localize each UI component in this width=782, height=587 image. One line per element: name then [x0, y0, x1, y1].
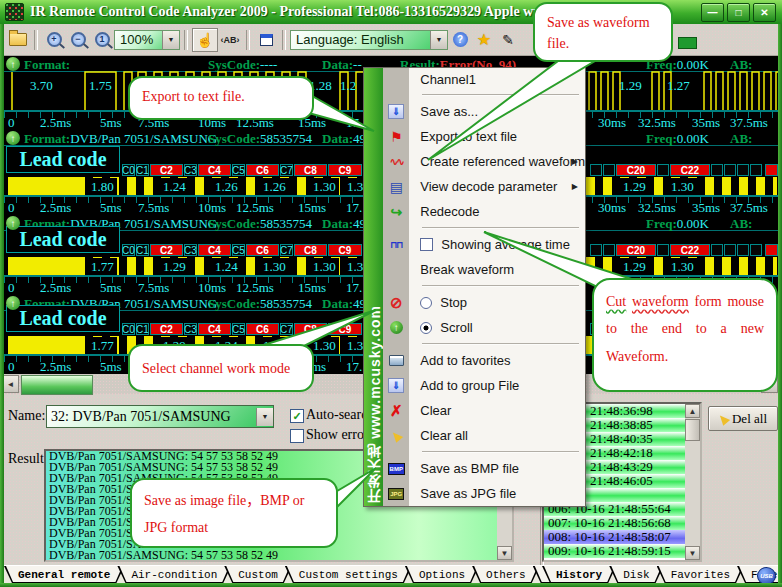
- menu-item-label: View decode parameter: [420, 179, 557, 194]
- menu-item[interactable]: Clear: [383, 398, 585, 423]
- menu-item[interactable]: Showing average time: [383, 232, 585, 257]
- tab[interactable]: Air-condition: [117, 566, 231, 583]
- bit-cell: [750, 244, 762, 256]
- menu-item[interactable]: Clear all: [383, 423, 585, 448]
- menu-item[interactable]: Export to text file: [383, 124, 585, 149]
- info-value: 0.00K: [677, 131, 709, 146]
- remote-name-combo[interactable]: 32: DVB/Pan 7051/SAMSUNG ▼: [46, 405, 274, 428]
- menu-item[interactable]: Save as BMP file: [383, 456, 585, 481]
- toolbar-separator: [246, 30, 250, 50]
- menu-separator: [422, 227, 579, 229]
- pulse-width-label: 1.29: [619, 78, 642, 94]
- menu-item-mark[interactable]: [420, 238, 441, 251]
- menu-item[interactable]: [383, 448, 585, 456]
- tab[interactable]: Custom: [224, 566, 292, 583]
- info-value: 58535754: [260, 131, 312, 146]
- submenu-arrow-icon: ▶: [572, 182, 578, 191]
- help-button[interactable]: ?: [448, 29, 472, 51]
- menu-item[interactable]: Break waveform: [383, 257, 585, 282]
- history-row[interactable]: 007: 10-16 21:48:56:68: [544, 516, 700, 530]
- axis-tick-label: 30ms: [598, 115, 626, 131]
- menu-item[interactable]: Add to favorites: [383, 348, 585, 373]
- history-row[interactable]: 009: 10-16 21:48:59:15: [544, 544, 700, 558]
- window-control-button[interactable]: —: [701, 3, 724, 22]
- channel-up-icon[interactable]: ↑: [6, 216, 20, 230]
- menu-item[interactable]: View decode parameter ▶: [383, 174, 585, 199]
- tab[interactable]: Custom settings: [285, 566, 412, 583]
- tab[interactable]: Options: [405, 566, 479, 583]
- menu-item[interactable]: [383, 224, 585, 232]
- menu-item-icon: [383, 99, 409, 124]
- menu-item[interactable]: [383, 282, 585, 290]
- menu-item[interactable]: [383, 91, 585, 99]
- pulse-width-label: 1.30: [310, 178, 339, 196]
- up-arrow-icon: ▲: [689, 407, 697, 416]
- info-value: 58535754: [260, 296, 312, 311]
- menu-item[interactable]: [383, 340, 585, 348]
- pen-tool-button[interactable]: ✎: [496, 29, 520, 51]
- menu-item[interactable]: Create referenced waveform ▶: [383, 149, 585, 174]
- scrollbar-thumb[interactable]: [21, 375, 93, 395]
- bit-cell: C7: [280, 164, 293, 176]
- menu-item[interactable]: Redecode: [383, 199, 585, 224]
- window-control-button[interactable]: ✕: [753, 3, 776, 22]
- zoom-level-combo[interactable]: 100% ▼: [114, 30, 180, 50]
- menu-item-mark[interactable]: [420, 322, 440, 334]
- measure-ab-button[interactable]: ‹AB›: [218, 29, 242, 51]
- channel-up-icon[interactable]: ↑: [6, 296, 20, 310]
- result-row[interactable]: DVB/Pan 7051/SAMSUNG: 54 57 53 58 52 49: [46, 550, 512, 561]
- language-value: Language: English: [291, 32, 430, 47]
- zoom-combo-dropdown-icon[interactable]: ▼: [162, 31, 179, 49]
- tab[interactable]: History: [542, 566, 616, 583]
- window-view-button[interactable]: [254, 29, 278, 51]
- tab[interactable]: Disk: [609, 566, 663, 583]
- channel-up-icon[interactable]: ↑: [6, 131, 20, 145]
- menu-item[interactable]: Save as JPG file: [383, 481, 585, 506]
- callout-save-image: Save as image file，BMP or JPG format: [130, 478, 338, 548]
- window-control-button[interactable]: □: [727, 3, 750, 22]
- info-label: SysCode:: [208, 216, 260, 231]
- zoom-out-button[interactable]: [66, 29, 90, 51]
- menu-item-icon: [383, 199, 409, 224]
- hand-tool-button[interactable]: ☝: [192, 28, 218, 52]
- del-all-button[interactable]: Del all: [708, 406, 778, 431]
- zoom-one-icon: [95, 32, 110, 47]
- history-vscrollbar[interactable]: ▲ ▼: [685, 404, 700, 560]
- zoom-one-button[interactable]: [90, 29, 114, 51]
- tab[interactable]: Others: [472, 566, 540, 583]
- info-label: SysCode:: [208, 296, 260, 311]
- tab[interactable]: Favorites: [657, 566, 744, 583]
- menu-item-mark[interactable]: [420, 297, 440, 309]
- scroll-up-button[interactable]: ▲: [685, 404, 700, 418]
- history-row[interactable]: 008: 10-16 21:48:58:07: [544, 530, 700, 544]
- menu-item[interactable]: Channel1: [383, 68, 585, 91]
- scroll-down-button[interactable]: ▼: [685, 546, 700, 560]
- auto-search-checkbox[interactable]: ✓: [290, 409, 304, 423]
- pulse-width-label: 1.2: [340, 78, 356, 94]
- menu-item-body: Break waveform: [409, 257, 585, 282]
- favorites-button[interactable]: ★: [472, 29, 496, 51]
- menu-item[interactable]: Save as...: [383, 99, 585, 124]
- menu-item[interactable]: Add to group File: [383, 373, 585, 398]
- zoom-in-button[interactable]: [42, 29, 66, 51]
- scroll-down-button[interactable]: ▼: [497, 546, 512, 560]
- channel-up-icon[interactable]: ↑: [6, 57, 20, 71]
- info-label: Freq:: [646, 131, 677, 146]
- menu-item[interactable]: Scroll: [383, 315, 585, 340]
- hand-icon: ☝: [196, 32, 213, 48]
- tab[interactable]: General remote: [4, 566, 124, 583]
- language-combo[interactable]: Language: English ▼: [290, 30, 448, 50]
- menu-item[interactable]: Stop: [383, 290, 585, 315]
- scroll-left-button[interactable]: ◄: [2, 375, 19, 393]
- bit-cell: C3: [184, 164, 197, 176]
- window-controls: —□✕: [701, 3, 776, 22]
- info-pair: SysCode:58535754: [208, 216, 312, 232]
- name-combo-dropdown-icon[interactable]: ▼: [256, 408, 273, 426]
- toolbar-separator: [34, 30, 38, 50]
- language-combo-dropdown-icon[interactable]: ▼: [430, 31, 447, 49]
- show-error-label: Show error: [306, 427, 369, 443]
- show-error-checkbox[interactable]: [290, 429, 304, 443]
- scrollbar-thumb[interactable]: [685, 419, 700, 441]
- axis-tick-label: 12.5ms: [236, 200, 274, 216]
- open-file-button[interactable]: [6, 29, 30, 51]
